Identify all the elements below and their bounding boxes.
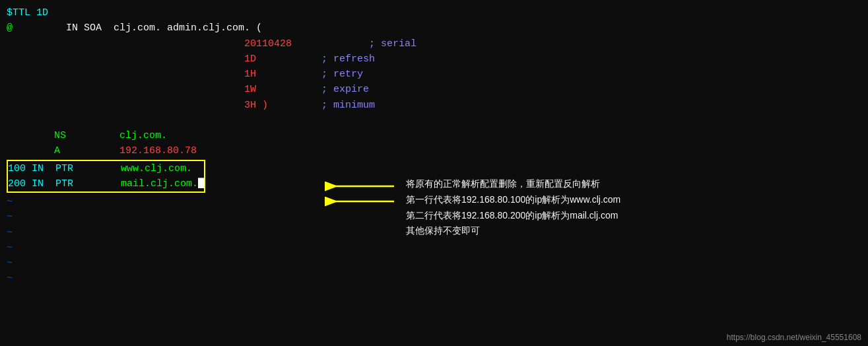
ptr-block: 100 IN PTR www.clj.com. 200 IN PTR mail.… (7, 160, 205, 193)
refresh-value: 1D (244, 52, 256, 67)
watermark: https://blog.csdn.net/weixin_45551608 (727, 333, 861, 342)
arrow2-icon (318, 194, 397, 209)
ptr1-record: 100 IN PTR (8, 161, 121, 176)
expire-value: 1W (244, 82, 256, 97)
minimum-indent (7, 98, 244, 113)
tilde-6: ~ (7, 271, 861, 286)
serial-comment: ; serial (292, 36, 417, 52)
ptr2-value: mail.clj.com. (121, 176, 198, 191)
soa-line: @ IN SOA clj.com. admin.clj.com. ( (7, 20, 861, 36)
annotation-line3: 第二行代表将192.168.80.200的ip解析为mail.clj.com (406, 208, 620, 224)
minimum-value: 3H ) (244, 98, 268, 113)
annotation-line2: 第一行代表将192.168.80.100的ip解析为www.clj.com (406, 192, 620, 208)
refresh-comment: ; refresh (256, 52, 375, 67)
a-line: A 192.168.80.78 (7, 143, 861, 158)
serial-line: 20110428 ; serial (7, 36, 861, 52)
minimum-line: 3H ) ; minimum (7, 98, 861, 113)
ttl-text: $TTL 1D (7, 5, 48, 20)
refresh-line: 1D ; refresh (7, 52, 861, 67)
arrow2-container (318, 194, 397, 212)
ptr2-record: 200 IN PTR (8, 176, 121, 191)
refresh-indent (7, 52, 244, 67)
ptr1-value: www.clj.com. (121, 161, 192, 176)
retry-comment: ; retry (256, 67, 363, 82)
expire-line: 1W ; expire (7, 82, 861, 97)
at-sign: @ (7, 20, 13, 36)
ttl-line: $TTL 1D (7, 5, 861, 20)
retry-indent (7, 67, 244, 82)
expire-comment: ; expire (256, 82, 369, 97)
serial-value: 20110428 (244, 36, 292, 52)
ptr1-line: 100 IN PTR www.clj.com. (8, 161, 204, 176)
arrow1-icon (318, 179, 397, 193)
ns-line: NS clj.com. (7, 128, 861, 143)
annotation-line4: 其他保持不变即可 (406, 223, 620, 239)
retry-value: 1H (244, 67, 256, 82)
terminal: $TTL 1D @ IN SOA clj.com. admin.clj.com.… (0, 0, 868, 346)
retry-line: 1H ; retry (7, 67, 861, 82)
blank-line (7, 113, 861, 128)
a-record-ip: 192.168.80.78 (119, 143, 197, 158)
minimum-comment: ; minimum (268, 98, 375, 113)
expire-indent (7, 82, 244, 97)
serial-indent (7, 36, 244, 52)
tilde-4: ~ (7, 240, 861, 256)
annotation-line1: 将原有的正常解析配置删除，重新配置反向解析 (406, 176, 620, 192)
in-soa: IN SOA clj.com. admin.clj.com. ( (13, 20, 262, 36)
ptr2-line: 200 IN PTR mail.clj.com.█ (8, 176, 204, 191)
a-record-label: A (7, 143, 119, 158)
ns-record: NS clj.com. (7, 128, 167, 143)
tilde-5: ~ (7, 256, 861, 271)
annotation-block: 将原有的正常解析配置删除，重新配置反向解析 第一行代表将192.168.80.1… (406, 176, 620, 239)
cursor: █ (198, 176, 204, 191)
